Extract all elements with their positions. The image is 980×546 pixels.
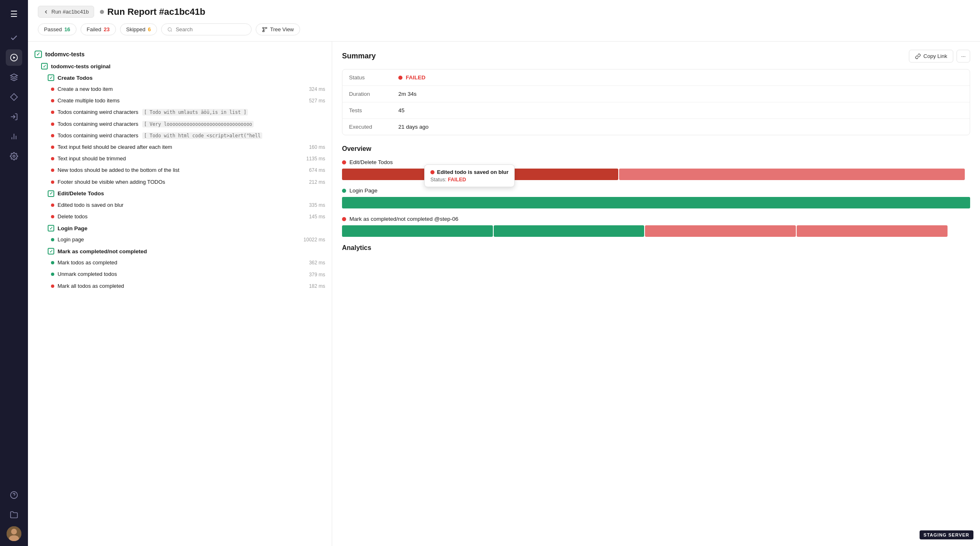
test-status-dot <box>51 134 54 137</box>
avatar[interactable] <box>7 526 21 541</box>
skipped-count: 6 <box>148 26 151 32</box>
login-icon[interactable] <box>6 109 22 125</box>
test-item[interactable]: Unmark completed todos 379 ms <box>28 268 332 280</box>
overview-bar <box>342 197 970 208</box>
skipped-filter-button[interactable]: Skipped 6 <box>120 23 157 35</box>
bar-segment <box>645 225 796 237</box>
root-group-header[interactable]: ✓ todomvc-tests <box>28 48 332 60</box>
play-circle-icon[interactable] <box>6 49 22 66</box>
summary-table: Status FAILED Duration 2m 34s Tests 45 E… <box>342 69 970 135</box>
test-item[interactable]: Text input field should be cleared after… <box>28 141 332 153</box>
test-name: Footer should be visible when adding TOD… <box>58 178 304 186</box>
test-name: Text input should be trimmed <box>58 155 301 162</box>
test-name: Create multiple todo items <box>58 97 304 104</box>
login-page-header[interactable]: ✓ Login Page <box>28 222 332 234</box>
test-item[interactable]: New todos should be added to the bottom … <box>28 164 332 176</box>
summary-title: Summary <box>342 52 376 60</box>
test-status-dot <box>51 99 54 102</box>
bar-segment <box>494 225 645 237</box>
test-item[interactable]: Mark all todos as completed 182 ms <box>28 280 332 292</box>
bar-chart-icon[interactable] <box>6 128 22 145</box>
summary-status-row: Status FAILED <box>342 69 970 86</box>
status-dot <box>100 10 104 14</box>
test-status-dot <box>51 111 54 114</box>
subgroup-original-header[interactable]: ✓ todomvc-tests original <box>28 60 332 72</box>
summary-header: Summary Copy Link ··· <box>342 50 970 62</box>
svg-marker-2 <box>11 74 18 77</box>
overview-item-mark-completed: Mark as completed/not completed @step-06 <box>342 216 970 237</box>
back-button[interactable]: Run #ac1bc41b <box>38 6 94 18</box>
main-content: Run #ac1bc41b Run Report #ac1bc41b Passe… <box>28 0 980 546</box>
test-item[interactable]: Mark todos as completed 362 ms <box>28 257 332 268</box>
test-duration: 145 ms <box>309 214 325 220</box>
root-group-label: todomvc-tests <box>45 51 85 58</box>
check-icon[interactable] <box>6 30 22 46</box>
link-icon <box>915 53 921 59</box>
svg-point-8 <box>13 155 15 157</box>
folder-icon[interactable] <box>6 507 22 523</box>
summary-duration-row: Duration 2m 34s <box>342 86 970 102</box>
diamond-icon[interactable] <box>6 89 22 105</box>
tests-value: 45 <box>398 107 404 113</box>
overview-item-header: Login Page <box>342 187 970 194</box>
settings-icon[interactable] <box>6 148 22 164</box>
overview-item-name: Edit/Delete Todos <box>349 159 393 165</box>
test-status-dot <box>51 146 54 149</box>
status-indicator <box>398 76 402 80</box>
edit-delete-todos-header[interactable]: ✓ Edit/Delete Todos <box>28 188 332 199</box>
tree-view-button[interactable]: Tree View <box>256 23 300 35</box>
executed-value: 21 days ago <box>398 124 429 130</box>
failed-count: 23 <box>104 26 109 32</box>
test-item[interactable]: Edited todo is saved on blur 335 ms <box>28 199 332 211</box>
bar-segment-green <box>342 197 970 208</box>
create-todos-header[interactable]: ✓ Create Todos <box>28 72 332 83</box>
overview-item-edit-delete: Edit/Delete Todos Edited todo is saved o… <box>342 159 970 180</box>
test-status-dot <box>51 273 54 276</box>
test-item[interactable]: Text input should be trimmed 1135 ms <box>28 153 332 164</box>
root-checkbox: ✓ <box>35 51 42 58</box>
search-box[interactable] <box>161 23 252 35</box>
test-item[interactable]: Create a new todo item 324 ms <box>28 83 332 95</box>
search-input[interactable] <box>176 26 245 32</box>
mark-completed-label: Mark as completed/not completed <box>58 248 147 254</box>
test-status-dot <box>51 157 54 160</box>
test-name: Mark todos as completed <box>58 259 304 266</box>
overview-dot <box>342 189 346 193</box>
passed-filter-button[interactable]: Passed 16 <box>38 23 76 35</box>
test-item[interactable]: Todos containing weird characters [ Todo… <box>28 106 332 118</box>
status-text: FAILED <box>406 74 425 81</box>
create-todos-label: Create Todos <box>58 75 92 81</box>
edit-delete-checkbox: ✓ <box>48 190 54 197</box>
mark-completed-header[interactable]: ✓ Mark as completed/not completed <box>28 245 332 257</box>
subgroup-original-label: todomvc-tests original <box>51 63 111 69</box>
test-item[interactable]: Delete todos 145 ms <box>28 211 332 222</box>
test-name: New todos should be added to the bottom … <box>58 167 304 174</box>
test-duration: 160 ms <box>309 144 325 150</box>
test-status-dot <box>51 215 54 218</box>
help-icon[interactable] <box>6 487 22 503</box>
test-duration: 1135 ms <box>306 156 325 162</box>
svg-marker-3 <box>11 94 18 101</box>
test-name: Create a new todo item <box>58 86 304 93</box>
edit-delete-label: Edit/Delete Todos <box>58 190 104 197</box>
layers-icon[interactable] <box>6 69 22 86</box>
test-item[interactable]: Todos containing weird characters [ Very… <box>28 118 332 130</box>
svg-line-15 <box>171 30 172 31</box>
bar-segment-light-red <box>619 169 964 180</box>
subgroup-checkbox: ✓ <box>41 63 48 69</box>
overview-bar <box>342 225 970 237</box>
status-label: Status <box>349 74 398 81</box>
hamburger-icon[interactable]: ☰ <box>6 5 22 23</box>
test-name: Login page <box>58 236 298 243</box>
copy-link-button[interactable]: Copy Link <box>909 50 953 62</box>
test-item[interactable]: Todos containing weird characters [ Todo… <box>28 130 332 141</box>
test-item[interactable]: Footer should be visible when adding TOD… <box>28 176 332 188</box>
failed-filter-button[interactable]: Failed 23 <box>81 23 116 35</box>
test-status-dot <box>51 285 54 288</box>
test-item[interactable]: Create multiple todo items 527 ms <box>28 95 332 106</box>
overview-title: Overview <box>342 145 970 153</box>
test-item[interactable]: Login page 10022 ms <box>28 234 332 245</box>
more-options-button[interactable]: ··· <box>957 50 970 62</box>
tests-label: Tests <box>349 107 398 113</box>
test-name: Unmark completed todos <box>58 271 304 278</box>
